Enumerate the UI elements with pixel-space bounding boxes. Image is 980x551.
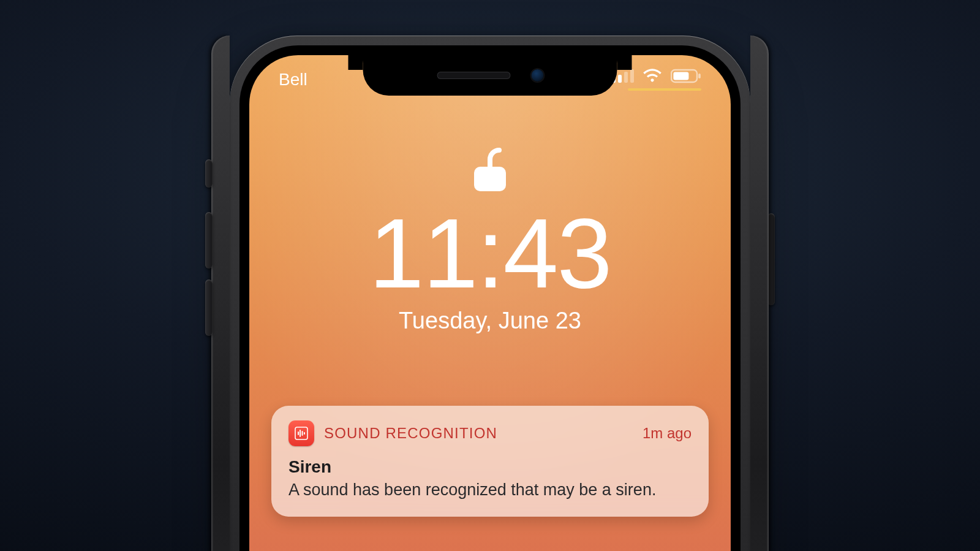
svg-rect-6 — [300, 430, 301, 437]
notch — [363, 55, 617, 96]
notification-card[interactable]: SOUND RECOGNITION 1m ago Siren A sound h… — [271, 406, 709, 517]
mute-switch[interactable] — [205, 159, 213, 188]
notification-body: A sound has been recognized that may be … — [288, 479, 692, 501]
wifi-icon — [643, 69, 662, 83]
clock-time: 11:43 — [369, 203, 611, 303]
svg-rect-3 — [474, 167, 506, 191]
status-underline — [628, 88, 701, 91]
svg-rect-1 — [673, 72, 688, 80]
notification-app-name: SOUND RECOGNITION — [324, 425, 497, 442]
carrier-label: Bell — [279, 70, 307, 89]
phone-frame: Bell — [230, 36, 750, 551]
svg-rect-2 — [698, 74, 701, 78]
battery-icon — [671, 69, 701, 83]
unlocked-icon — [470, 147, 510, 195]
notification-title: Siren — [288, 457, 692, 477]
lockscreen-content: 11:43 Tuesday, June 23 — [249, 129, 731, 334]
power-button[interactable] — [767, 213, 775, 305]
volume-up-button[interactable] — [205, 212, 213, 268]
sound-recognition-app-icon — [288, 420, 314, 446]
earpiece-speaker-icon — [437, 72, 510, 79]
notification-timestamp: 1m ago — [643, 425, 692, 442]
svg-rect-8 — [304, 432, 305, 435]
phone-bezel: Bell — [241, 47, 739, 551]
clock-date: Tuesday, June 23 — [399, 308, 581, 334]
front-camera-icon — [531, 69, 543, 82]
svg-rect-7 — [302, 431, 303, 436]
svg-rect-4 — [295, 427, 307, 439]
svg-rect-5 — [298, 431, 299, 435]
volume-down-button[interactable] — [205, 279, 213, 336]
lock-screen[interactable]: Bell — [249, 55, 731, 551]
